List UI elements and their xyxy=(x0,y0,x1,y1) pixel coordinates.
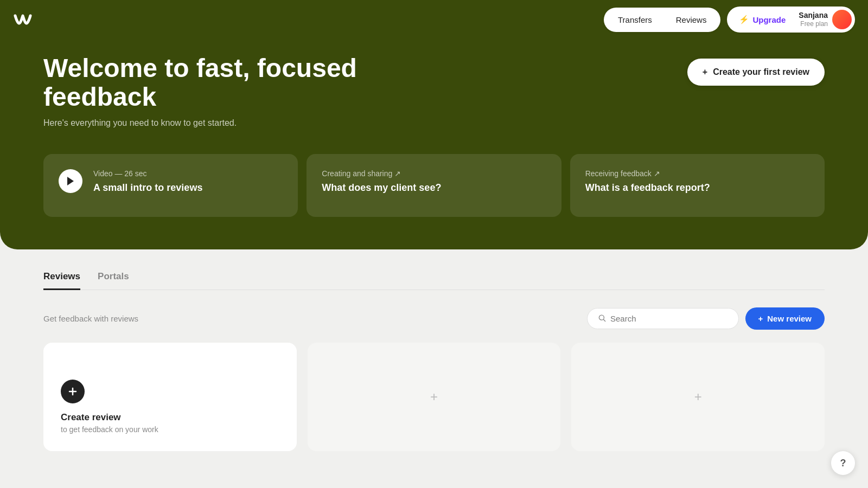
hero-card-video[interactable]: Video — 26 sec A small intro to reviews xyxy=(43,154,298,217)
play-icon xyxy=(59,169,82,193)
hero-card-feedback[interactable]: Receiving feedback ↗ What is a feedback … xyxy=(570,154,825,217)
create-icon xyxy=(61,380,85,403)
tabs-section: Reviews Portals xyxy=(0,249,868,290)
tabs: Reviews Portals xyxy=(43,271,825,290)
transfers-nav-btn[interactable]: Transfers xyxy=(607,11,663,29)
reviews-content: Get feedback with reviews + New review xyxy=(0,307,868,473)
empty-card-2[interactable]: + xyxy=(571,343,825,451)
cards-grid: Create review to get feedback on your wo… xyxy=(43,343,825,451)
header: Transfers Reviews ⚡ Upgrade Sanjana Free… xyxy=(0,0,868,39)
user-name: Sanjana xyxy=(799,11,828,20)
user-plan: Free plan xyxy=(799,20,828,28)
video-card-tag: Video — 26 sec xyxy=(93,169,283,178)
header-right: Transfers Reviews ⚡ Upgrade Sanjana Free… xyxy=(604,7,855,33)
user-info: Sanjana Free plan xyxy=(799,10,852,29)
reviews-nav-btn[interactable]: Reviews xyxy=(665,11,718,29)
tab-reviews[interactable]: Reviews xyxy=(43,271,80,290)
sharing-card-title: What does my client see? xyxy=(322,182,546,194)
video-card-inner: Video — 26 sec A small intro to reviews xyxy=(59,169,283,202)
user-text: Sanjana Free plan xyxy=(799,11,828,28)
feedback-card-title: What is a feedback report? xyxy=(585,182,809,194)
reviews-subtitle: Get feedback with reviews xyxy=(43,314,138,323)
empty-plus-icon-1: + xyxy=(430,389,438,404)
toolbar-right: + New review xyxy=(587,307,825,330)
empty-card-1[interactable]: + xyxy=(308,343,561,451)
hero-subtitle: Here's everything you need to know to ge… xyxy=(43,118,412,128)
plus-icon: + xyxy=(703,67,707,77)
upgrade-label: Upgrade xyxy=(752,15,786,24)
hero-cards: Video — 26 sec A small intro to reviews … xyxy=(43,154,825,217)
create-review-btn-label: Create your first review xyxy=(713,67,809,77)
upgrade-pill: ⚡ Upgrade Sanjana Free plan xyxy=(727,7,855,33)
create-card-title: Create review xyxy=(61,412,279,423)
create-first-review-btn[interactable]: + Create your first review xyxy=(687,59,825,86)
sharing-card-tag: Creating and sharing ↗ xyxy=(322,169,546,178)
hero-text: Welcome to fast, focused feedback Here's… xyxy=(43,54,412,128)
nav-pill: Transfers Reviews xyxy=(604,8,720,32)
hero-card-sharing[interactable]: Creating and sharing ↗ What does my clie… xyxy=(307,154,561,217)
create-card-subtitle: to get feedback on your work xyxy=(61,425,279,434)
reviews-toolbar: Get feedback with reviews + New review xyxy=(43,307,825,330)
avatar[interactable] xyxy=(832,10,852,29)
search-input[interactable] xyxy=(610,314,727,323)
empty-plus-icon-2: + xyxy=(694,389,702,404)
upgrade-icon: ⚡ xyxy=(739,15,749,24)
feedback-card-tag: Receiving feedback ↗ xyxy=(585,169,809,178)
search-box xyxy=(587,308,739,329)
hero-title: Welcome to fast, focused feedback xyxy=(43,54,412,112)
tab-portals[interactable]: Portals xyxy=(98,271,129,290)
video-card-content: Video — 26 sec A small intro to reviews xyxy=(93,169,283,194)
video-card-title: A small intro to reviews xyxy=(93,182,283,194)
help-btn[interactable]: ? xyxy=(831,451,855,475)
create-review-card[interactable]: Create review to get feedback on your wo… xyxy=(43,343,297,451)
new-review-btn[interactable]: + New review xyxy=(745,307,825,330)
logo xyxy=(13,11,37,28)
upgrade-btn[interactable]: ⚡ Upgrade xyxy=(730,10,794,29)
new-review-plus-icon: + xyxy=(758,314,763,323)
hero-content: Welcome to fast, focused feedback Here's… xyxy=(43,54,825,128)
new-review-label: New review xyxy=(767,314,812,323)
search-icon xyxy=(598,314,606,323)
